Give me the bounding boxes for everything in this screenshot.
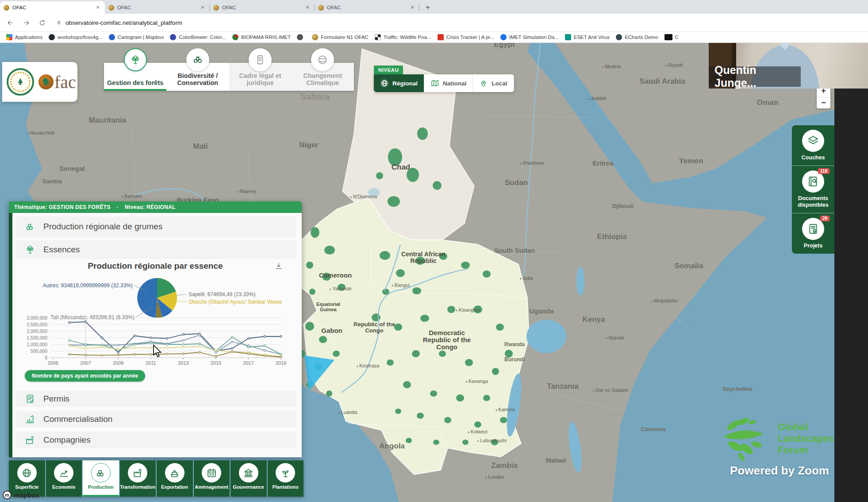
fwd-icon: [23, 19, 30, 27]
bookmark-label: Formulaire N1 OFAC: [321, 35, 368, 40]
bookmark-item[interactable]: ColorBrewer: Color...: [170, 34, 226, 40]
browser-tab-strip: OFAC × OFAC × OFAC × OFAC ×+: [0, 0, 868, 14]
bookmark-label: C: [675, 35, 679, 40]
nav-tab-circle: [124, 48, 147, 71]
toolbar-circle: [91, 463, 111, 483]
circle-blue-icon: [109, 34, 115, 40]
nav-tab-gestion-des-for-ts[interactable]: Gestion des forêts: [104, 63, 166, 91]
ship-icon: [169, 467, 180, 479]
panel-row-production-regionale-de-grumes[interactable]: Production régionale de grumes: [15, 216, 296, 237]
browser-tab[interactable]: OFAC ×: [105, 1, 210, 14]
toolbar-exportation[interactable]: Exportation: [157, 460, 193, 497]
bookmark-item[interactable]: ESET Anti Virus: [565, 34, 610, 40]
binoculars-icon: [192, 54, 204, 66]
bookmark-item[interactable]: Formulaire N1 OFAC: [312, 34, 368, 40]
book-icon: [807, 175, 819, 188]
bookmark-label: ECharts Demo: [625, 35, 658, 40]
toolbar-economie[interactable]: Economie: [46, 460, 82, 497]
mapfold-icon: [430, 79, 439, 88]
bookmark-label: ColorBrewer: Color...: [179, 35, 226, 40]
brand-text: fac: [54, 72, 76, 93]
countries-encoded-button[interactable]: Nombre de pays ayant encodés par année: [25, 370, 145, 382]
niveau-option-national[interactable]: National: [424, 74, 473, 92]
nav-tab-cadre-l-gal-et-juridique[interactable]: Cadre légal et juridique: [229, 63, 292, 91]
toolbar-label: Aménagement: [195, 484, 228, 490]
niveau-option-regional[interactable]: Régional: [374, 74, 424, 92]
tab-close-icon[interactable]: ×: [199, 4, 206, 11]
nav-tab-changement-climatique[interactable]: Changement Climatique: [292, 63, 354, 91]
panel-row-permis[interactable]: Permis: [15, 391, 296, 407]
svg-text:2009: 2009: [113, 360, 123, 366]
chart-download-button[interactable]: [277, 263, 281, 269]
panel-row-label: Essences: [43, 245, 80, 255]
bookmark-item[interactable]: Crisis Tracker | A pr...: [438, 34, 494, 40]
toolbar-label: Plantations: [273, 484, 299, 490]
bookmark-item[interactable]: IMET Simulation Da...: [500, 34, 559, 40]
bank-icon: [243, 467, 254, 479]
square-teal-icon: [565, 34, 571, 40]
globe-icon: [21, 467, 32, 479]
back-icon: [7, 19, 14, 27]
niveau-option-local[interactable]: Local: [473, 74, 514, 92]
zoom-out-button[interactable]: −: [817, 97, 830, 109]
forward-button[interactable]: [20, 17, 32, 28]
toolbar-gouvernance[interactable]: Gouvernance: [230, 460, 267, 497]
ofac-favicon: [4, 5, 9, 11]
toolbar-production[interactable]: Production: [83, 460, 119, 497]
legal-icon: [254, 54, 266, 66]
reload-button[interactable]: [36, 17, 48, 28]
svg-text:2019: 2019: [276, 360, 286, 366]
pin-icon: [479, 79, 488, 88]
browser-tab[interactable]: OFAC ×: [0, 1, 105, 14]
niveau-option-label: Local: [492, 80, 507, 87]
bookmark-item[interactable]: ECharts Demo: [616, 34, 658, 40]
rail-label: Documents disponibles: [793, 195, 833, 209]
rail-couches[interactable]: Couches: [792, 125, 834, 166]
ofac-globe-icon: [38, 74, 54, 89]
bookmark-label: IMET Simulation Da...: [509, 35, 559, 40]
tab-close-icon[interactable]: ×: [94, 4, 101, 11]
ofac-favicon: [213, 5, 219, 11]
rail-documents-disponibles[interactable]: 118 Documents disponibles: [792, 166, 834, 213]
circle-lightblue-icon: [500, 34, 507, 40]
pie-label-tali: Tali (Missanda): 483296,91 (6.33%): [51, 314, 134, 321]
bookmark-item[interactable]: Cartogram | Mapbox: [109, 34, 164, 40]
niveau-option-label: National: [443, 80, 466, 87]
powered-by-zoom: Powered by Zoom: [726, 464, 833, 478]
tab-close-icon[interactable]: ×: [304, 4, 311, 11]
panel-row-essences[interactable]: Essences: [15, 240, 296, 259]
panel-niveau-label: Niveau: RÉGIONAL: [125, 204, 176, 210]
toolbar-label: Production: [88, 484, 114, 490]
bookmark-item[interactable]: Traffic: Wildlife Poa...: [375, 34, 431, 40]
nav-tab-circle: [249, 48, 272, 71]
bookmark-item[interactable]: BIOPAMA RRIS IMET: [232, 34, 291, 40]
panel-row-label: Commercialisation: [43, 414, 112, 424]
tab-separator: [419, 4, 419, 11]
ofac-favicon: [318, 5, 324, 11]
browser-tab[interactable]: OFAC ×: [315, 1, 419, 14]
toolbar-plantations[interactable]: Plantations: [268, 460, 304, 497]
svg-text:2,500,000: 2,500,000: [27, 322, 47, 327]
tab-close-icon[interactable]: ×: [409, 4, 416, 11]
bookmark-item[interactable]: [297, 34, 306, 40]
bookmark-item[interactable]: Applications: [6, 34, 42, 40]
browser-tab[interactable]: OFAC ×: [210, 1, 315, 14]
calendar-icon: [206, 467, 217, 479]
toolbar-amenagement[interactable]: Aménagement: [194, 460, 230, 497]
toolbar-label: Transformation: [120, 484, 155, 490]
logs-icon: [95, 467, 106, 479]
panel-row-commercialisation[interactable]: Commercialisation: [15, 411, 296, 427]
new-tab-button[interactable]: +: [422, 2, 434, 13]
url-field[interactable]: observatoire-comifac.net/analytical_plat…: [56, 16, 182, 29]
rail-projets[interactable]: 29 Projets: [792, 213, 834, 254]
svg-text:2,000,000: 2,000,000: [27, 328, 47, 334]
bookmark-item[interactable]: C: [664, 34, 679, 40]
toolbar-transformation[interactable]: Transformation: [120, 460, 156, 497]
bookmark-item[interactable]: workshops/foss4g...: [49, 34, 103, 40]
back-button[interactable]: [4, 17, 16, 28]
panel-row-compagnies[interactable]: Compagnies: [15, 432, 296, 448]
mouse-cursor: [153, 344, 162, 358]
bookmark-label: Crisis Tracker | A pr...: [446, 35, 494, 40]
nav-tab-biodiversit-conservation[interactable]: Biodiversité / Conservation: [166, 63, 229, 91]
pie-label-obeche: Obeche (Obachi/ Ayous/ Samba/ Wawa: [188, 299, 282, 305]
